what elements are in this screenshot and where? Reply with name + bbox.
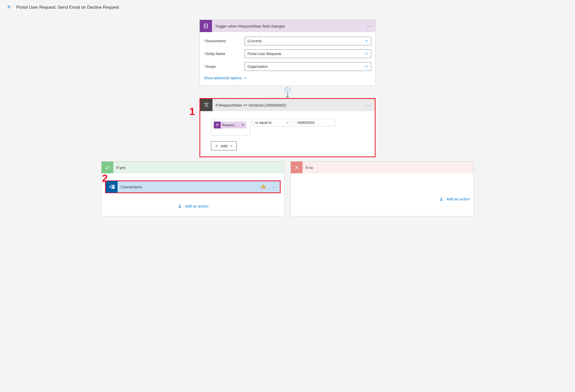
if-no-branch: If no Add an action	[291, 161, 474, 216]
annotation-2: 2	[102, 173, 108, 184]
scope-select[interactable]: Organization	[245, 62, 371, 71]
svg-rect-3	[109, 185, 112, 188]
condition-icon	[200, 99, 212, 111]
condition-value-input[interactable]: 299600002	[294, 119, 335, 126]
insert-step-button[interactable]: +	[285, 87, 290, 93]
entity-select[interactable]: Portal User Requests	[245, 49, 371, 58]
condition-header[interactable]: If RequestState == Declined (299600002) …	[200, 99, 375, 111]
if-yes-branch: If yes Connections	[101, 161, 284, 216]
env-select[interactable]: (Current)	[245, 37, 371, 45]
dynamic-token[interactable]: Request ... ✕	[214, 122, 246, 128]
svg-point-0	[204, 24, 208, 25]
svg-rect-6	[263, 187, 264, 188]
token-icon	[214, 122, 221, 128]
action-label: Connections	[118, 185, 261, 189]
chevron-down-icon	[364, 64, 368, 69]
back-arrow-icon[interactable]	[6, 4, 12, 10]
check-icon	[102, 162, 113, 173]
chevron-down-icon	[364, 51, 368, 56]
entity-label: *Entity Name	[204, 52, 245, 56]
add-action-no[interactable]: Add an action	[439, 196, 470, 201]
svg-point-1	[216, 124, 218, 124]
page-title: Portal User Request: Send Email on Decli…	[16, 5, 119, 10]
dataverse-icon	[200, 20, 212, 32]
scope-label: *Scope	[204, 64, 245, 69]
connections-action[interactable]: Connections ···	[105, 180, 281, 193]
chevron-down-icon	[364, 39, 368, 44]
condition-operator-select[interactable]: is equal to	[253, 119, 292, 126]
warning-icon	[261, 184, 266, 190]
add-condition-button[interactable]: Add	[211, 141, 237, 150]
trigger-card: Trigger when RequestState field changes …	[199, 20, 376, 86]
condition-menu-icon[interactable]: ···	[364, 102, 375, 108]
add-action-yes[interactable]: Add an action	[177, 203, 208, 208]
arrow-down-icon	[285, 93, 290, 98]
trigger-title: Trigger when RequestState field changes	[212, 24, 364, 28]
condition-card: If RequestState == Declined (299600002) …	[199, 98, 376, 157]
condition-left-operand[interactable]: Request ... ✕	[211, 119, 251, 136]
token-remove-icon[interactable]: ✕	[241, 123, 244, 127]
if-no-header[interactable]: If no	[291, 162, 473, 173]
trigger-menu-icon[interactable]: ···	[364, 23, 375, 29]
trigger-header[interactable]: Trigger when RequestState field changes …	[200, 20, 375, 32]
chevron-down-icon	[286, 121, 289, 124]
annotation-1: 1	[189, 106, 195, 117]
action-menu-icon[interactable]: ···	[270, 184, 280, 190]
cross-icon	[291, 162, 303, 173]
connector: +	[287, 86, 288, 98]
advanced-options-link[interactable]: Show advanced options	[204, 76, 247, 80]
svg-rect-5	[263, 186, 264, 187]
if-yes-header[interactable]: If yes	[102, 162, 284, 173]
condition-title: If RequestState == Declined (299600002)	[212, 103, 364, 107]
env-label: *Environment	[204, 39, 245, 43]
